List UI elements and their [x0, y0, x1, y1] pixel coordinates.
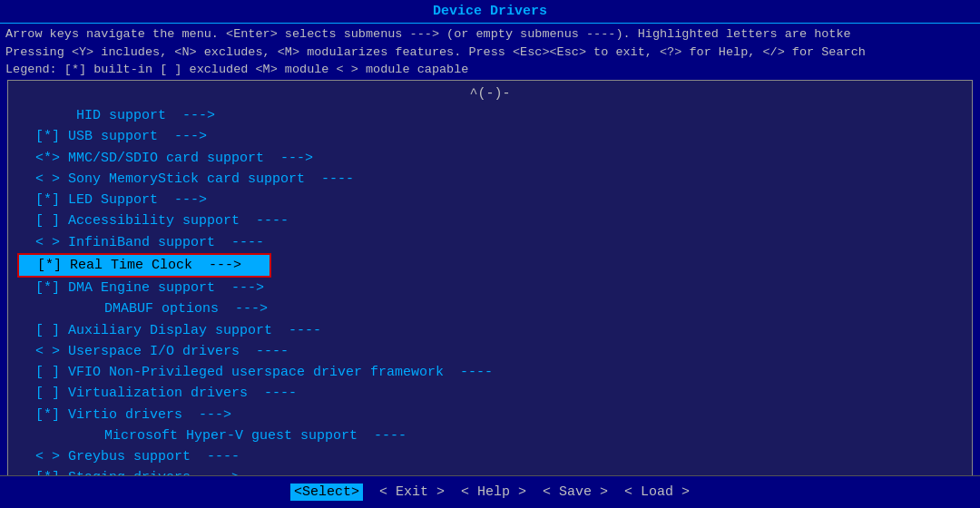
main-panel: ^(-)- HID support --->[*] USB support --… [7, 80, 973, 508]
load-button[interactable]: < Load > [624, 484, 690, 500]
select-button[interactable]: <Select> [290, 484, 363, 501]
menu-item[interactable]: [ ] Accessibility support ---- [17, 210, 963, 231]
menu-item[interactable]: < > InfiniBand support ---- [17, 232, 963, 253]
info-line-2: Pressing <Y> includes, <N> excludes, <M>… [5, 44, 975, 62]
menu-item[interactable]: [*] USB support ---> [17, 126, 963, 147]
menu-item[interactable]: < > Userspace I/O drivers ---- [17, 341, 963, 362]
menu-item[interactable]: [ ] Auxiliary Display support ---- [17, 320, 963, 341]
menu-item[interactable]: Microsoft Hyper-V guest support ---- [17, 425, 963, 446]
bottom-bar: <Select> < Exit > < Help > < Save > < Lo… [0, 475, 980, 508]
window-title: Device Drivers [433, 4, 547, 19]
menu-item[interactable]: [ ] Virtualization drivers ---- [17, 383, 963, 404]
menu-item[interactable]: HID support ---> [17, 105, 963, 126]
menu-item[interactable]: [*] DMA Engine support ---> [17, 278, 963, 298]
menu-item[interactable]: [*] LED Support ---> [17, 190, 963, 210]
legend-line: Legend: [*] built-in [ ] excluded <M> mo… [0, 63, 980, 80]
save-button[interactable]: < Save > [543, 484, 608, 500]
info-line-1: Arrow keys navigate the menu. <Enter> se… [5, 25, 975, 44]
menu-item[interactable]: DMABUF options ---> [17, 298, 963, 319]
menu-item[interactable]: [ ] VFIO Non-Privileged userspace driver… [17, 362, 963, 383]
menu-item[interactable]: <*> MMC/SD/SDIO card support ---> [17, 148, 963, 169]
help-button[interactable]: < Help > [461, 484, 526, 500]
menu-item[interactable]: < > Sony MemoryStick card support ---- [17, 169, 963, 190]
info-lines: Arrow keys navigate the menu. <Enter> se… [0, 24, 980, 63]
menu-list: HID support --->[*] USB support ---><*> … [17, 105, 963, 489]
title-bar: Device Drivers [0, 0, 980, 24]
exit-button[interactable]: < Exit > [379, 484, 445, 500]
menu-item[interactable]: [*] Real Time Clock ---> [17, 253, 271, 278]
menu-item[interactable]: [*] Virtio drivers ---> [17, 405, 963, 425]
menu-item[interactable]: < > Greybus support ---- [17, 446, 963, 467]
panel-header: ^(-)- [17, 86, 963, 102]
